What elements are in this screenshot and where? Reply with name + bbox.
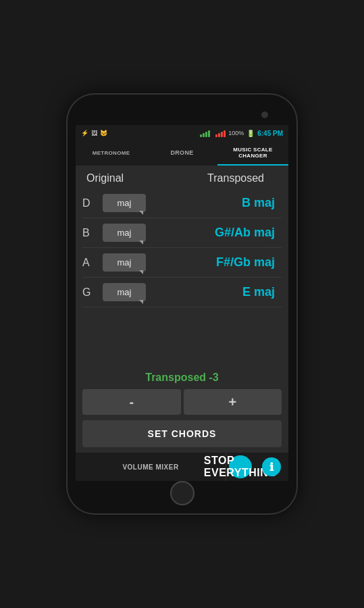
main-content: Original Transposed D maj B maj B maj G#… [76, 166, 288, 453]
tab-drone[interactable]: DRONE [147, 141, 217, 166]
bottom-actions: VOLUME MIXER STOP EVERYTHING [76, 453, 255, 481]
rbar4 [224, 130, 226, 137]
phone-screen: ⚡ 🖼 🐱 100% 🔋 6:45 P [76, 125, 288, 481]
cat-icon: 🐱 [100, 130, 107, 136]
chord-transposed-2: F#/Gb maj [146, 255, 282, 270]
table-row: B maj G#/Ab maj [82, 218, 282, 248]
bar3 [205, 132, 207, 137]
battery-text: 100% [228, 130, 244, 136]
minus-button[interactable]: - [82, 389, 181, 415]
chord-type-btn-1[interactable]: maj [103, 224, 146, 242]
home-button[interactable] [170, 481, 194, 505]
status-bar: ⚡ 🖼 🐱 100% 🔋 6:45 P [76, 125, 288, 141]
image-icon: 🖼 [91, 130, 97, 136]
table-row: G maj E maj [82, 278, 282, 307]
chord-transposed-0: B maj [146, 196, 282, 210]
chord-type-btn-0[interactable]: maj [103, 194, 146, 212]
rbar2 [218, 133, 220, 137]
chord-transposed-3: E maj [146, 285, 282, 299]
chord-note-2: A [82, 257, 103, 269]
info-area: ℹ [255, 453, 288, 481]
signal-bars-2 [215, 129, 226, 137]
header-original: Original [86, 172, 124, 184]
chord-type-btn-2[interactable]: maj [103, 253, 146, 272]
rbar1 [215, 134, 217, 137]
camera-dot [261, 111, 268, 118]
tab-bar: METRONOME DRONE MUSIC SCALE CHANGER [76, 141, 288, 166]
header-row: Original Transposed [76, 166, 288, 188]
phone-bottom [170, 485, 194, 501]
time-text: 6:45 PM [257, 130, 283, 137]
table-row: D maj B maj [82, 188, 282, 218]
phone-frame: ⚡ 🖼 🐱 100% 🔋 6:45 P [68, 95, 296, 513]
controls-row: - + [76, 389, 288, 420]
status-right: 100% 🔋 6:45 PM [200, 129, 283, 137]
info-button[interactable]: ℹ [262, 457, 281, 476]
bar2 [203, 133, 205, 137]
tab-metronome[interactable]: METRONOME [76, 141, 147, 166]
header-transposed: Transposed [207, 172, 264, 184]
stop-everything-button[interactable]: STOP EVERYTHING [229, 455, 252, 478]
tab-music-scale-changer[interactable]: MUSIC SCALE CHANGER [217, 141, 288, 166]
status-left-icons: ⚡ 🖼 🐱 [81, 130, 107, 136]
usb-icon: ⚡ [81, 130, 88, 136]
bottom-bar: VOLUME MIXER STOP EVERYTHING ℹ [76, 453, 288, 481]
bar4 [208, 130, 210, 137]
plus-button[interactable]: + [184, 389, 282, 415]
chord-type-btn-3[interactable]: maj [103, 283, 146, 301]
rbar3 [221, 132, 223, 137]
transposed-label: Transposed -3 [76, 365, 288, 389]
table-row: A maj F#/Gb maj [82, 248, 282, 278]
chord-rows: D maj B maj B maj G#/Ab maj A maj F#/Gb … [76, 188, 288, 365]
signal-bars [200, 129, 210, 137]
chord-note-0: D [82, 197, 103, 209]
chord-note-1: B [82, 227, 103, 239]
chord-note-3: G [82, 286, 103, 299]
chord-transposed-1: G#/Ab maj [146, 226, 282, 240]
set-chords-button[interactable]: SET CHORDS [82, 420, 282, 447]
phone-top [76, 107, 288, 122]
bar1 [200, 134, 202, 137]
battery-icon: 🔋 [246, 130, 255, 137]
